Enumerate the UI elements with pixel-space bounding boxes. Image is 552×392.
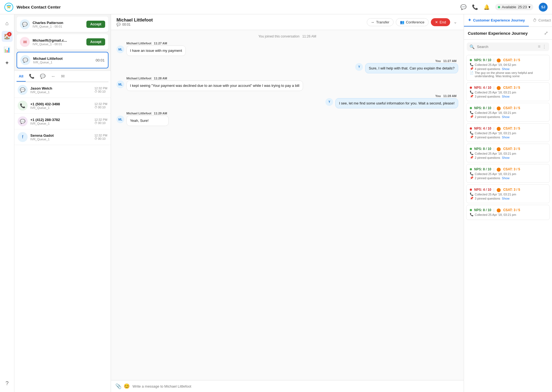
topbar-icons: 💬 📞 🔔 Available 25:23 ▾ SJ bbox=[460, 3, 548, 12]
nps-indicator bbox=[470, 59, 472, 61]
csat-label: CSAT: 3 / 5 bbox=[503, 188, 520, 192]
active-queue-timer: 00:01 bbox=[95, 58, 105, 62]
message-meta: Michael Littlefoot 11:28 AM bbox=[126, 77, 303, 80]
nav-help[interactable]: ? bbox=[2, 378, 13, 389]
tab-cej[interactable]: ✦ Customer Experience Journey bbox=[464, 14, 529, 26]
csat-icon: ⬤ bbox=[497, 85, 501, 90]
csat-label: CSAT: 3 / 5 bbox=[503, 106, 520, 110]
show-link[interactable]: Show bbox=[502, 176, 509, 180]
cej-header: Customer Experience Journey ⤢ bbox=[464, 27, 552, 40]
tab-phone[interactable]: 📞 bbox=[27, 71, 37, 82]
search-actions: ≡ ⋮ bbox=[538, 44, 546, 49]
queue-info: Charles Patterson IVR_Queue_1 - 00:01 bbox=[33, 21, 84, 28]
csat-icon: ⬤ bbox=[497, 187, 501, 192]
chat-input[interactable] bbox=[132, 384, 459, 388]
journey-card: NPS: 8 / 10 | ⬤ CSAT: 3 / 5 📞 Collected … bbox=[466, 205, 550, 220]
phone-detail-icon: 📞 bbox=[470, 172, 474, 176]
chat-header-sub: 💬 00:01 bbox=[116, 23, 363, 26]
tab-contact-history[interactable]: ⏱ Contact Histo... bbox=[529, 15, 552, 26]
transfer-button[interactable]: ↔ Transfer bbox=[367, 18, 394, 26]
accept-button-1[interactable]: Accept bbox=[86, 38, 105, 45]
journey-collected: 📞 Collected 25 Apr '18, 03:21 pm bbox=[470, 152, 546, 155]
list-view-icon[interactable]: ≡ bbox=[538, 44, 540, 49]
active-queue-avatar: 💬 bbox=[20, 55, 30, 65]
show-link[interactable]: Show bbox=[502, 197, 509, 200]
tab-chat[interactable]: 💬 bbox=[38, 71, 48, 82]
status-indicator[interactable]: Available 25:23 ▾ bbox=[495, 4, 533, 10]
message-avatar: ML bbox=[116, 45, 124, 53]
nav-home[interactable]: ⌂ bbox=[2, 18, 13, 29]
journey-card: NPS: 8 / 10 | ⬤ CSAT: 3 / 5 📞 Collected … bbox=[466, 164, 550, 183]
history-sub: IVR_Queue_1 bbox=[30, 138, 92, 141]
phone-icon[interactable]: 📞 bbox=[472, 4, 478, 10]
expand-icon[interactable]: ⌄ bbox=[452, 18, 458, 26]
pin-icon: 📌 bbox=[470, 176, 474, 180]
emoji-icon[interactable]: 😊 bbox=[124, 383, 130, 389]
left-nav: ⌂ 🏠 2 📊 ✦ ? bbox=[0, 14, 14, 392]
notification-icon[interactable]: 🔔 bbox=[484, 4, 490, 10]
show-link[interactable]: Show bbox=[502, 136, 509, 139]
show-link[interactable]: Show bbox=[502, 156, 509, 159]
nps-label: NPS: 4 / 10 bbox=[474, 188, 491, 192]
help-icon: ? bbox=[6, 380, 9, 386]
right-panel: ✦ Customer Experience Journey ⏱ Contact … bbox=[464, 14, 552, 392]
list-item[interactable]: 💬 Jason Welch IVR_Queue_1 12:32 PM ⏱ 00:… bbox=[14, 82, 111, 98]
chat-input-area: 📎 😊 bbox=[111, 380, 464, 392]
show-link[interactable]: Show bbox=[502, 67, 509, 71]
active-queue-info: Michael Littlefoot IVR_Queue_1 bbox=[33, 57, 93, 64]
list-item[interactable]: 💬 +1 (412) 288-3782 IVR_Queue_1 12:32 PM… bbox=[14, 114, 111, 129]
active-queue-name: Michael Littlefoot bbox=[33, 57, 93, 61]
transfer-icon: ↔ bbox=[371, 20, 375, 24]
expand-cej-icon[interactable]: ⤢ bbox=[544, 30, 548, 36]
more-options-icon[interactable]: ⋮ bbox=[542, 44, 546, 49]
pin-icon: 📌 bbox=[470, 95, 474, 98]
journey-card: NPS: 4 / 10 | ⬤ CSAT: 3 / 5 📞 Collected … bbox=[466, 82, 550, 101]
journey-scores-row: NPS: 8 / 10 | ⬤ CSAT: 3 / 5 bbox=[470, 147, 546, 151]
journey-card: NPS: 4 / 10 | ⬤ CSAT: 3 / 5 📞 Collected … bbox=[466, 184, 550, 203]
csat-icon: ⬤ bbox=[497, 208, 501, 212]
journey-pinned: 📌 2 pinned questions Show bbox=[470, 115, 546, 119]
list-item[interactable]: f Serena Gadot IVR_Queue_1 12:32 PM ⏱ 00… bbox=[14, 129, 111, 145]
cej-search-input[interactable] bbox=[477, 45, 536, 49]
list-item[interactable]: 📞 +1 (500) 432-3498 IVR_Queue_1 12:32 PM… bbox=[14, 98, 111, 114]
show-link[interactable]: Show bbox=[502, 115, 509, 119]
journey-collected: 📞 Collected 25 Apr '18, 03:21 pm bbox=[470, 131, 546, 135]
history-time: 12:32 PM ⏱ 00:10 bbox=[94, 118, 107, 125]
end-button[interactable]: ✕ End bbox=[431, 18, 450, 26]
cej-tab-label: Customer Experience Journey bbox=[473, 18, 525, 22]
status-timer: 25:23 bbox=[518, 5, 527, 9]
message-avatar: ML bbox=[116, 116, 124, 123]
journey-list: NPS: 9 / 10 | ⬤ CSAT: 3 / 5 📞 Collected … bbox=[464, 54, 552, 392]
user-avatar[interactable]: SJ bbox=[539, 3, 548, 12]
message-icon[interactable]: 💬 bbox=[460, 4, 466, 10]
active-queue-item[interactable]: 💬 Michael Littlefoot IVR_Queue_1 00:01 bbox=[17, 52, 108, 68]
tab-email[interactable]: ✉ bbox=[59, 71, 67, 82]
journey-scores-row: NPS: 9 / 10 | ⬤ CSAT: 3 / 5 bbox=[470, 58, 546, 62]
message-meta: Michael Littlefoot 11:27 AM bbox=[126, 42, 186, 45]
journey-card: NPS: 8 / 10 | ⬤ CSAT: 3 / 5 📞 Collected … bbox=[466, 103, 550, 122]
attach-icon[interactable]: 📎 bbox=[115, 383, 121, 389]
nav-star[interactable]: ✦ bbox=[2, 57, 13, 68]
message-bubble: I kept seeing "Your payment was declined… bbox=[126, 80, 303, 91]
history-avatar: 📞 bbox=[18, 101, 28, 111]
accept-button-0[interactable]: Accept bbox=[86, 21, 105, 28]
phone-detail-icon: 📞 bbox=[470, 152, 474, 155]
journey-card: NPS: 4 / 10 | ⬤ CSAT: 3 / 5 📞 Collected … bbox=[466, 123, 550, 142]
conference-button[interactable]: 👥 Conference bbox=[396, 18, 429, 26]
nps-label: NPS: 8 / 10 bbox=[474, 106, 491, 110]
pin-icon: 📌 bbox=[470, 156, 474, 159]
show-link[interactable]: Show bbox=[502, 95, 509, 98]
message-row: ML Michael Littlefoot 11:28 AM I kept se… bbox=[116, 77, 458, 91]
status-dot bbox=[498, 6, 500, 8]
journey-collected: 📞 Collected 25 Apr '18, 03:21 pm bbox=[470, 192, 546, 196]
nav-badge-item[interactable]: 🏠 2 bbox=[2, 31, 13, 42]
queue-item: 💬 Charles Patterson IVR_Queue_1 - 00:01 … bbox=[17, 17, 108, 32]
system-message: You joined this conversation 11:26 AM bbox=[116, 34, 458, 38]
tab-share[interactable]: ↔ bbox=[49, 71, 58, 82]
nav-analytics[interactable]: 📊 bbox=[2, 44, 13, 55]
chat-header-info: Michael Littlefoot 💬 00:01 bbox=[116, 18, 363, 26]
chat-timer: 00:01 bbox=[122, 23, 131, 26]
analytics-icon: 📊 bbox=[4, 46, 10, 53]
journey-pinned: 📌 3 pinned questions Show bbox=[470, 95, 546, 98]
tab-all[interactable]: All bbox=[17, 71, 26, 82]
